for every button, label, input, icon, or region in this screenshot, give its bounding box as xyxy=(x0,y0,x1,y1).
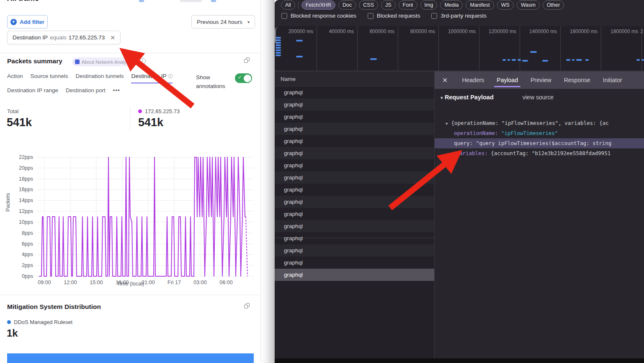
time-range-dropdown[interactable]: Previous 24 hours ▾ xyxy=(191,15,255,29)
filter-checkbox[interactable]: 3rd-party requests xyxy=(431,13,487,19)
series-legend: 172.65.225.73 xyxy=(138,108,180,114)
filter-pill[interactable]: Manifest xyxy=(466,0,494,10)
request-row[interactable]: graphql xyxy=(275,269,434,281)
x-axis-title: Time (local) xyxy=(0,281,261,287)
about-network-analytics-link[interactable]: About Network Analytics xyxy=(72,57,138,66)
close-icon[interactable]: ✕ xyxy=(442,76,448,84)
clock-icon[interactable] xyxy=(140,58,146,64)
waterfall-bar xyxy=(276,49,281,51)
tab-source-tunnels[interactable]: Source tunnels xyxy=(31,73,68,83)
waterfall-bar xyxy=(276,52,281,54)
request-row[interactable]: graphql xyxy=(275,171,434,184)
filter-checkbox[interactable]: Blocked requests xyxy=(368,13,420,19)
request-row[interactable]: graphql xyxy=(275,159,434,171)
filter-pill[interactable]: Img xyxy=(420,0,438,10)
tab-destination-ip-range[interactable]: Destination IP range xyxy=(7,87,58,96)
waterfall-bar xyxy=(542,60,548,62)
request-row[interactable]: graphql xyxy=(275,244,434,257)
tab-payload[interactable]: Payload xyxy=(497,71,518,89)
payload-object-preview[interactable]: ▼{operationName: "ipFlowTimeseries", var… xyxy=(435,118,644,128)
checkbox-icon xyxy=(281,13,287,19)
remove-filter-icon[interactable]: ✕ xyxy=(110,34,115,41)
page-title: All traffic xyxy=(7,0,39,2)
expander-closed-icon[interactable]: ▶ xyxy=(451,152,453,156)
tab-destination-tunnels[interactable]: Destination tunnels xyxy=(76,73,124,83)
tab-destination-ip[interactable]: Destination IPⓘ xyxy=(131,73,173,83)
svg-text:18pps: 18pps xyxy=(19,176,33,182)
timeline-tick-overflow: 2 xyxy=(640,29,643,34)
book-icon xyxy=(75,60,80,64)
payload-row-query[interactable]: query: "query ipFlowTimeseries($accountT… xyxy=(435,138,644,148)
expander-open-icon[interactable]: ▼ xyxy=(446,122,448,126)
request-row[interactable]: graphql xyxy=(275,196,434,208)
svg-text:14pps: 14pps xyxy=(19,197,33,203)
filter-pill[interactable]: JS xyxy=(381,0,396,10)
waterfall-bar xyxy=(507,59,510,61)
devtools-network-panel: All Fetch/XHR DocCSSJSFontImgMediaManife… xyxy=(275,0,644,363)
request-row[interactable]: graphql xyxy=(275,147,434,159)
toggle-knob xyxy=(244,75,251,82)
request-row[interactable]: graphql xyxy=(275,184,434,196)
expand-card-icon[interactable] xyxy=(244,57,250,63)
filter-pill-all[interactable]: All xyxy=(281,0,295,10)
total-label: Total xyxy=(7,108,18,114)
timeline-tick: 1800000 ms xyxy=(601,26,642,70)
timeline-grip[interactable] xyxy=(275,27,278,44)
filter-pill[interactable]: CSS xyxy=(359,0,378,10)
filter-pill[interactable]: WS xyxy=(497,0,514,10)
request-row[interactable]: graphql xyxy=(275,135,434,147)
svg-text:20pps: 20pps xyxy=(19,165,33,171)
expander-open-icon[interactable]: ▼ xyxy=(440,96,444,100)
waterfall-bar xyxy=(502,59,506,61)
tab-response[interactable]: Response xyxy=(564,71,590,89)
filter-checkbox[interactable]: Blocked response cookies xyxy=(281,13,356,19)
tab-destination-port[interactable]: Destination port xyxy=(66,87,106,96)
request-row[interactable]: graphql xyxy=(275,111,434,123)
filter-operator: equals xyxy=(50,34,67,41)
timeline-tick: 600000 ms xyxy=(358,26,398,70)
request-row[interactable]: graphql xyxy=(275,208,434,220)
window-edge-gutter xyxy=(261,0,275,363)
network-overview-timeline[interactable]: 200000 ms400000 ms600000 ms800000 ms1000… xyxy=(275,26,644,71)
timeline-tick: 800000 ms xyxy=(398,26,439,70)
filter-pill[interactable]: Other xyxy=(543,0,564,10)
show-annotations-toggle[interactable]: ✓ xyxy=(235,73,252,83)
filter-chip[interactable]: Destination IP equals 172.65.225.73 ✕ xyxy=(7,31,121,44)
tab-action[interactable]: Action xyxy=(7,73,23,83)
view-source-link[interactable]: view source xyxy=(523,92,554,102)
request-row[interactable]: graphql xyxy=(275,220,434,232)
svg-text:2pps: 2pps xyxy=(22,262,33,268)
filter-pill[interactable]: Doc xyxy=(338,0,356,10)
filter-pill[interactable]: Font xyxy=(399,0,417,10)
filter-pill-fetch-xhr[interactable]: Fetch/XHR xyxy=(301,0,335,10)
more-tabs-button[interactable]: ••• xyxy=(113,87,120,96)
request-row[interactable]: graphql xyxy=(275,99,434,111)
svg-text:4pps: 4pps xyxy=(22,252,33,257)
checkbox-icon xyxy=(431,13,437,19)
tab-preview[interactable]: Preview xyxy=(531,71,551,89)
timeline-tick: 1200000 ms xyxy=(479,26,520,70)
cut-icon xyxy=(211,0,216,2)
tab-headers[interactable]: Headers xyxy=(462,71,484,89)
request-row[interactable]: graphql xyxy=(275,257,434,269)
filter-pill[interactable]: Media xyxy=(440,0,463,10)
request-detail-panel: ✕ Headers Payload Preview Response Initi… xyxy=(435,71,644,359)
name-column-header[interactable]: Name xyxy=(275,71,434,86)
expand-card-icon[interactable] xyxy=(244,303,250,309)
detail-tab-bar: ✕ Headers Payload Preview Response Initi… xyxy=(435,71,644,89)
request-row[interactable]: graphql xyxy=(275,123,434,135)
series-dot xyxy=(138,109,142,113)
filter-pill[interactable]: Wasm xyxy=(517,0,540,10)
payload-row-variables[interactable]: ▶variables: {accountTag: "b12e3b2192ee55… xyxy=(435,148,644,158)
show-annotations-label: Show annotations xyxy=(196,73,232,91)
dimension-tabs-row2: Destination IP range Destination port ••… xyxy=(7,87,120,96)
payload-row-operation-name[interactable]: operationName: "ipFlowTimeseries" xyxy=(435,128,644,138)
tab-initiator[interactable]: Initiator xyxy=(603,71,622,89)
mitigation-value: 1k xyxy=(7,327,18,339)
about-label: About Network Analytics xyxy=(82,60,134,65)
time-range-label: Previous 24 hours xyxy=(197,19,242,25)
divider xyxy=(298,2,299,8)
request-row[interactable]: graphql xyxy=(275,86,434,99)
add-filter-button[interactable]: + Add filter xyxy=(7,15,48,29)
request-row[interactable]: graphql xyxy=(275,232,434,244)
